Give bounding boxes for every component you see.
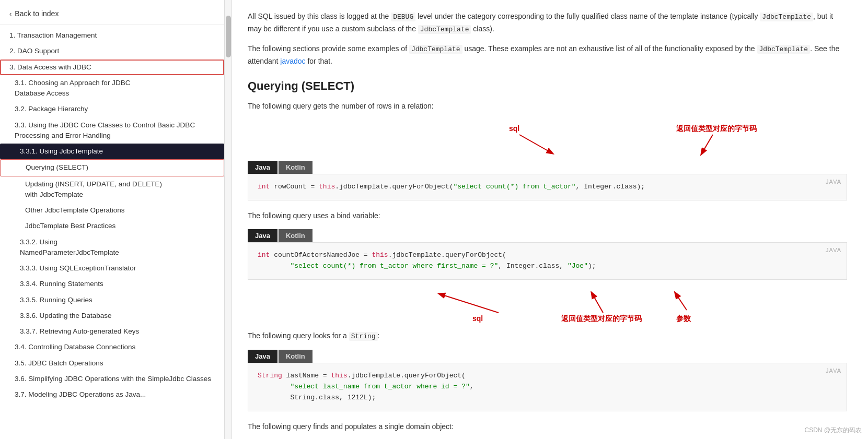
main-content: All SQL issued by this class is logged a… [232, 0, 868, 439]
anno2-param-label: 参数 [676, 314, 691, 324]
sidebar-item-3-3-2[interactable]: 3.3.2. UsingNamedParameterJdbcTemplate [0, 234, 224, 261]
sidebar-item-3[interactable]: 3. Data Access with JDBC [0, 60, 224, 75]
code-block-2: JAVA int countOfActorsNamedJoe = this.jd… [248, 242, 847, 280]
anno1-arrows [248, 120, 847, 157]
code-block-3-container: Java Kotlin JAVA String lastName = this.… [248, 350, 847, 411]
annotation-overlay-1: sql 返回值类型对应的字节码 [248, 120, 847, 157]
anno2-arrows [248, 284, 847, 326]
anno1-sql-label: sql [509, 124, 519, 133]
sidebar-item-3-3-6[interactable]: 3.3.6. Updating the Database [0, 308, 224, 324]
tab1-kotlin[interactable]: Kotlin [279, 161, 313, 174]
anno2-return-label: 返回值类型对应的字节码 [561, 314, 642, 324]
query1-description: The following query gets the number of r… [248, 100, 847, 113]
tabbar-3: Java Kotlin [248, 350, 847, 363]
tab2-java[interactable]: Java [248, 229, 277, 242]
svg-line-0 [519, 135, 551, 152]
sidebar-item-3-5[interactable]: 3.5. JDBC Batch Operations [0, 355, 224, 371]
sidebar-item-3-2[interactable]: 3.2. Package Hierarchy [0, 101, 224, 117]
query1-annotation-area: The following query gets the number of r… [248, 100, 847, 157]
sidebar-item-3-3-7[interactable]: 3.3.7. Retrieving Auto-generated Keys [0, 324, 224, 339]
tab3-kotlin[interactable]: Kotlin [279, 350, 313, 363]
sidebar-item-3-1[interactable]: 3.1. Choosing an Approach for JDBCDataba… [0, 75, 224, 102]
chevron-left-icon: ‹ [9, 10, 11, 18]
code1-java-label: JAVA [826, 177, 841, 187]
sidebar-item-3-3-4[interactable]: 3.3.4. Running Statements [0, 276, 224, 292]
svg-line-4 [593, 294, 603, 313]
sidebar-item-3-7[interactable]: 3.7. Modeling JDBC Operations as Java... [0, 387, 224, 402]
intro-paragraph-2: The following sections provide some exam… [248, 43, 847, 68]
sidebar: ‹ Back to index 1. Transaction Managemen… [0, 0, 225, 439]
section-heading-querying: Querying (SELECT) [248, 79, 847, 93]
svg-line-3 [441, 294, 499, 313]
back-to-index[interactable]: ‹ Back to index [0, 5, 224, 25]
sidebar-item-1[interactable]: 1. Transaction Management [0, 28, 224, 43]
tabbar-1: Java Kotlin [248, 161, 847, 174]
query3-description: The following query looks for a String: [248, 330, 847, 342]
query2-description: The following query uses a bind variable… [248, 210, 847, 222]
sidebar-item-3-4[interactable]: 3.4. Controlling Database Connections [0, 339, 224, 355]
sidebar-item-3-3[interactable]: 3.3. Using the JDBC Core Classes to Cont… [0, 117, 224, 144]
code3-java-label: JAVA [826, 366, 841, 376]
sidebar-item-3-3-3[interactable]: 3.3.3. Using SQLExceptionTranslator [0, 260, 224, 276]
tab2-kotlin[interactable]: Kotlin [279, 229, 313, 242]
code2-java-label: JAVA [826, 246, 841, 255]
anno2-sql-label: sql [472, 314, 483, 323]
tab3-java[interactable]: Java [248, 350, 277, 363]
tabbar-2: Java Kotlin [248, 229, 847, 242]
sidebar-item-3-3-1[interactable]: 3.3.1. Using JdbcTemplate [0, 144, 224, 159]
sidebar-item-other-ops[interactable]: Other JdbcTemplate Operations [0, 203, 224, 218]
anno1-return-label: 返回值类型对应的字节码 [676, 124, 757, 134]
code-block-3: JAVA String lastName = this.jdbcTemplate… [248, 363, 847, 411]
tab1-java[interactable]: Java [248, 161, 277, 174]
sidebar-item-3-6[interactable]: 3.6. Simplifying JDBC Operations with th… [0, 371, 224, 387]
sidebar-item-2[interactable]: 2. DAO Support [0, 43, 224, 59]
intro-paragraph-1: All SQL issued by this class is logged a… [248, 10, 847, 35]
sidebar-item-querying-select[interactable]: Querying (SELECT) [0, 159, 224, 176]
sidebar-scrollbar[interactable] [225, 0, 232, 439]
code-block-2-container: Java Kotlin JAVA int countOfActorsNamedJ… [248, 229, 847, 280]
code-block-1-container: Java Kotlin JAVA int rowCount = this.jdb… [248, 161, 847, 200]
svg-line-1 [702, 135, 713, 152]
watermark: CSDN @无东的码农 [804, 426, 862, 435]
sidebar-item-3-3-5[interactable]: 3.3.5. Running Queries [0, 292, 224, 308]
sidebar-item-best-practices[interactable]: JdbcTemplate Best Practices [0, 218, 224, 234]
sidebar-item-updating[interactable]: Updating (INSERT, UPDATE, and DELETE)wit… [0, 176, 224, 203]
query4-description: The following query finds and populates … [248, 421, 847, 433]
svg-line-5 [676, 294, 687, 310]
annotation-overlay-2: sql 返回值类型对应的字节码 参数 [248, 284, 847, 326]
javadoc-link[interactable]: javadoc [280, 57, 305, 65]
code-block-1: JAVA int rowCount = this.jdbcTemplate.qu… [248, 174, 847, 200]
scrollbar-thumb[interactable] [226, 16, 231, 57]
